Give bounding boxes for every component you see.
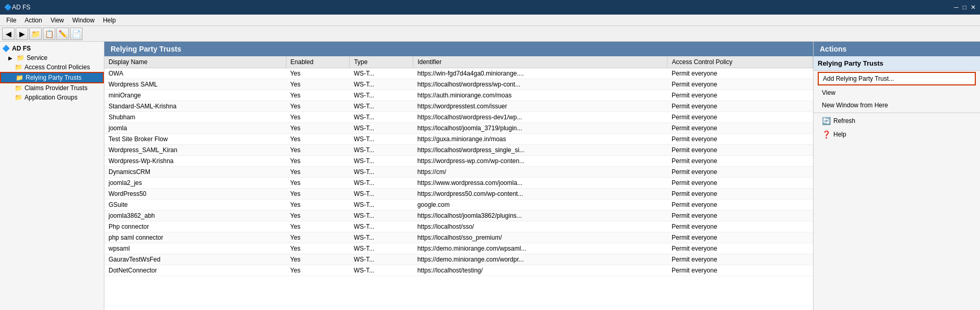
cell-type: WS-T... (350, 101, 413, 112)
table-row[interactable]: ShubhamYesWS-T...https://localhost/wordp… (104, 112, 813, 123)
cell-policy: Permit everyone (667, 134, 813, 145)
content-header-title: Relying Party Trusts (111, 45, 181, 53)
cell-display-name: joomla3862_abh (104, 210, 286, 221)
sidebar-access-label: Access Control Policies (25, 64, 90, 71)
adfs-icon: 🔷 (2, 45, 10, 52)
back-button[interactable]: ◀ (2, 28, 15, 40)
cell-type: WS-T... (350, 90, 413, 101)
table-row[interactable]: Standard-SAML-KrishnaYesWS-T...https://w… (104, 101, 813, 112)
col-identifier[interactable]: Identifier (413, 56, 667, 68)
cell-identifier: https://cm/ (413, 167, 667, 178)
table-container[interactable]: Display Name Enabled Type Identifier Acc… (104, 56, 813, 310)
cell-policy: Permit everyone (667, 123, 813, 134)
cell-enabled: Yes (286, 90, 350, 101)
sidebar-item-claims-provider[interactable]: 📁 Claims Provider Trusts (0, 83, 104, 93)
col-display-name[interactable]: Display Name (104, 56, 286, 68)
cell-identifier: https://localhost/sso/ (413, 221, 667, 232)
table-row[interactable]: joomla3862_abhYesWS-T...https://localhos… (104, 210, 813, 221)
menu-action[interactable]: Action (20, 16, 46, 25)
content-area: Relying Party Trusts Display Name Enable… (104, 42, 813, 310)
cell-policy: Permit everyone (667, 68, 813, 79)
table-row[interactable]: GSuiteYesWS-T...google.comPermit everyon… (104, 200, 813, 210)
actions-section-title: Relying Party Trusts (814, 56, 980, 71)
chevron-icon: ▶ (8, 55, 13, 61)
cell-display-name: Wordpress SAML (104, 79, 286, 90)
cell-enabled: Yes (286, 101, 350, 112)
table-row[interactable]: OWAYesWS-T...https://win-fgd7d4a4ga0.min… (104, 68, 813, 79)
cell-policy: Permit everyone (667, 189, 813, 200)
table-row[interactable]: Test Site Broker FlowYesWS-T...https://g… (104, 134, 813, 145)
cell-display-name: joomla2_jes (104, 178, 286, 189)
table-row[interactable]: DynamicsCRMYesWS-T...https://cm/Permit e… (104, 167, 813, 178)
properties-button[interactable]: ✏️ (56, 28, 69, 40)
table-row[interactable]: DotNetConnectorYesWS-T...https://localho… (104, 265, 813, 276)
minimize-button[interactable]: ─ (954, 4, 959, 11)
table-row[interactable]: joomla2_jesYesWS-T...https://www.wordpre… (104, 178, 813, 189)
cell-type: WS-T... (350, 167, 413, 178)
cell-policy: Permit everyone (667, 178, 813, 189)
cell-identifier: https://localhost/wordpress_single_si... (413, 145, 667, 156)
new-window-action[interactable]: New Window from Here (814, 99, 980, 111)
sidebar-item-app-groups[interactable]: 📁 Application Groups (0, 93, 104, 102)
table-row[interactable]: Wordpress-Wp-KrishnaYesWS-T...https://wo… (104, 156, 813, 167)
col-policy[interactable]: Access Control Policy (667, 56, 813, 68)
table-row[interactable]: joomlaYesWS-T...https://localhost/joomla… (104, 123, 813, 134)
cell-policy: Permit everyone (667, 265, 813, 276)
menu-file[interactable]: File (2, 16, 20, 25)
cell-identifier: https://localhost/joomla_3719/plugin... (413, 123, 667, 134)
table-row[interactable]: WordPress50YesWS-T...https://wordpress50… (104, 189, 813, 200)
table-row[interactable]: Php connectorYesWS-T...https://localhost… (104, 221, 813, 232)
cell-enabled: Yes (286, 79, 350, 90)
view-action[interactable]: View (814, 86, 980, 99)
title-icon: 🔷 (4, 4, 12, 11)
up-button[interactable]: 📁 (29, 28, 42, 40)
table-row[interactable]: Wordpress_SAML_KiranYesWS-T...https://lo… (104, 145, 813, 156)
cell-policy: Permit everyone (667, 243, 813, 254)
cell-identifier: https://wordpress-wp.com/wp-conten... (413, 156, 667, 167)
add-relying-trust-button[interactable]: Add Relying Party Trust... (818, 72, 976, 85)
table-row[interactable]: miniOrangeYesWS-T...https://auth.miniora… (104, 90, 813, 101)
table-row[interactable]: GauravTestWsFedYesWS-T...https://demo.mi… (104, 254, 813, 265)
view-label: View (822, 89, 835, 96)
cell-identifier: https://localhost/wordpress/wp-cont... (413, 79, 667, 90)
folder-icon-access: 📁 (15, 64, 22, 71)
menu-view[interactable]: View (46, 16, 68, 25)
close-button[interactable]: ✕ (971, 4, 976, 11)
sidebar-item-access-control[interactable]: 📁 Access Control Policies (0, 63, 104, 72)
cell-policy: Permit everyone (667, 210, 813, 221)
folder-icon-relying: 📁 (16, 74, 23, 81)
new-window-button[interactable]: 📄 (70, 28, 82, 40)
col-type[interactable]: Type (350, 56, 413, 68)
help-icon: ❓ (822, 130, 830, 139)
cell-type: WS-T... (350, 221, 413, 232)
cell-type: WS-T... (350, 68, 413, 79)
cell-display-name: php saml connector (104, 232, 286, 243)
col-enabled[interactable]: Enabled (286, 56, 350, 68)
cell-type: WS-T... (350, 189, 413, 200)
relying-party-table: Display Name Enabled Type Identifier Acc… (104, 56, 813, 276)
help-action[interactable]: ❓ Help (814, 128, 980, 141)
cell-display-name: Shubham (104, 112, 286, 123)
refresh-action[interactable]: 🔄 Refresh (814, 114, 980, 128)
cell-policy: Permit everyone (667, 200, 813, 210)
sidebar-item-service[interactable]: ▶ 📁 Service (0, 53, 104, 63)
cell-identifier: https://guxa.miniorange.in/moas (413, 134, 667, 145)
menu-help[interactable]: Help (99, 16, 120, 25)
sidebar-appgroups-label: Application Groups (25, 94, 77, 101)
sidebar-root[interactable]: 🔷 AD FS (0, 44, 104, 53)
content-header: Relying Party Trusts (104, 42, 813, 56)
cell-display-name: DynamicsCRM (104, 167, 286, 178)
actions-panel-header: Actions (814, 42, 980, 56)
cell-enabled: Yes (286, 156, 350, 167)
forward-button[interactable]: ▶ (16, 28, 28, 40)
maximize-button[interactable]: □ (963, 4, 966, 11)
table-row[interactable]: wpsamlYesWS-T...https://demo.miniorange.… (104, 243, 813, 254)
cell-type: WS-T... (350, 134, 413, 145)
table-row[interactable]: Wordpress SAMLYesWS-T...https://localhos… (104, 79, 813, 90)
cell-enabled: Yes (286, 210, 350, 221)
table-row[interactable]: php saml connectorYesWS-T...https://loca… (104, 232, 813, 243)
cell-type: WS-T... (350, 265, 413, 276)
menu-window[interactable]: Window (68, 16, 99, 25)
show-hide-button[interactable]: 📋 (43, 28, 55, 40)
sidebar-item-relying-party[interactable]: 📁 Relying Party Trusts (0, 72, 104, 83)
